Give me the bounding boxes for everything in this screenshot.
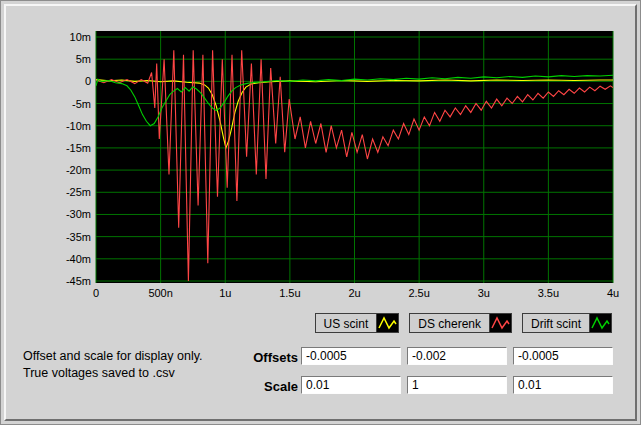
scale-label: Scale: [226, 379, 298, 394]
display-note: Offset and scale for display only. True …: [23, 348, 203, 382]
legend-label-us-scint[interactable]: US scint: [315, 313, 377, 333]
y-tick-label: 0: [85, 75, 91, 87]
x-tick-label: 4u: [607, 287, 619, 299]
y-tick-label: 10m: [70, 31, 91, 43]
x-tick-label: 1u: [219, 287, 231, 299]
y-tick-label: -35m: [66, 231, 91, 243]
y-tick-label: -5m: [72, 98, 91, 110]
legend-label-ds-cherenk[interactable]: DS cherenk: [409, 313, 489, 333]
y-tick-label: -25m: [66, 186, 91, 198]
plot-legend: US scint DS cherenk Drift scint: [315, 313, 612, 333]
legend-item-drift-scint[interactable]: Drift scint: [522, 313, 612, 333]
legend-item-us-scint[interactable]: US scint: [315, 313, 400, 333]
note-line-2: True voltages saved to .csv: [23, 365, 203, 382]
x-tick-label: 3u: [478, 287, 490, 299]
y-tick-label: -30m: [66, 208, 91, 220]
y-tick-label: -15m: [66, 142, 91, 154]
y-tick-label: 5m: [76, 53, 91, 65]
offset-input-us-scint[interactable]: [301, 347, 401, 365]
us-scint-waveform-icon[interactable]: [376, 313, 399, 333]
y-tick-label: -40m: [66, 253, 91, 265]
scale-input-us-scint[interactable]: [301, 376, 401, 394]
offsets-label: Offsets: [226, 350, 298, 365]
legend-item-ds-cherenk[interactable]: DS cherenk: [409, 313, 512, 333]
waveform-graph: 0500n1u1.5u2u2.5u3u3.5u4u10m5m0-5m-10m-1…: [51, 31, 626, 301]
ds-cherenk-waveform-icon[interactable]: [489, 313, 512, 333]
x-tick-label: 0: [93, 287, 99, 299]
x-tick-label: 500n: [148, 287, 172, 299]
offset-input-ds-cherenk[interactable]: [407, 347, 507, 365]
offset-input-drift-scint[interactable]: [513, 347, 613, 365]
legend-label-drift-scint[interactable]: Drift scint: [522, 313, 589, 333]
y-tick-label: -45m: [66, 275, 91, 287]
scale-input-ds-cherenk[interactable]: [407, 376, 507, 394]
x-tick-label: 2u: [348, 287, 360, 299]
x-tick-label: 1.5u: [279, 287, 300, 299]
scale-input-drift-scint[interactable]: [513, 376, 613, 394]
front-panel: 0500n1u1.5u2u2.5u3u3.5u4u10m5m0-5m-10m-1…: [0, 0, 641, 425]
x-tick-label: 3.5u: [538, 287, 559, 299]
y-tick-label: -10m: [66, 120, 91, 132]
x-tick-label: 2.5u: [408, 287, 429, 299]
y-tick-label: -20m: [66, 164, 91, 176]
drift-scint-waveform-icon[interactable]: [589, 313, 612, 333]
note-line-1: Offset and scale for display only.: [23, 348, 203, 365]
